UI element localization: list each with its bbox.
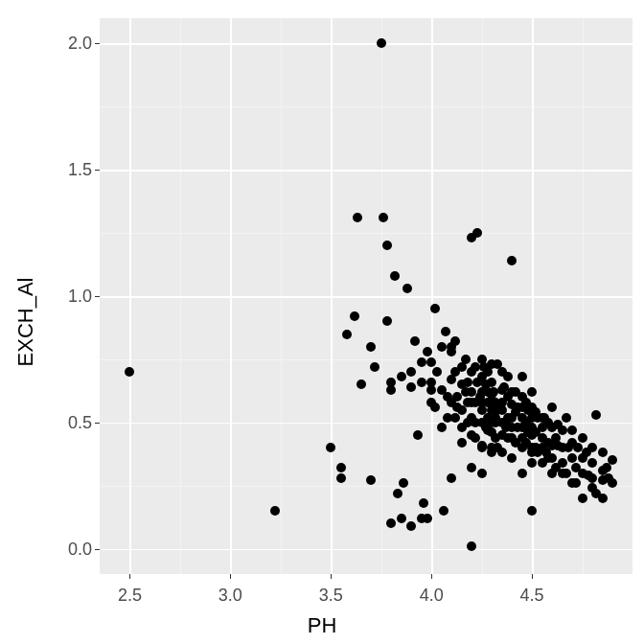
tickmark-x (431, 574, 432, 579)
data-point (527, 458, 537, 468)
data-point (366, 475, 376, 485)
data-point (437, 342, 447, 352)
data-point (477, 469, 487, 478)
data-point (567, 426, 577, 435)
data-point (598, 494, 608, 503)
data-point (419, 498, 428, 508)
tickmark-y (95, 423, 100, 424)
y-tick-label: 1.5 (46, 160, 92, 180)
data-point (507, 256, 517, 265)
plot-panel (100, 18, 632, 574)
data-point (270, 506, 280, 516)
data-point (487, 378, 496, 387)
tickmark-x (532, 574, 533, 579)
data-point (547, 453, 557, 463)
grid-major-h (100, 296, 632, 298)
data-point (450, 336, 460, 346)
data-point (426, 378, 436, 387)
y-axis-label: EXCH_Al (12, 0, 40, 644)
data-point (342, 330, 352, 339)
data-point (406, 382, 416, 392)
data-point (591, 410, 601, 420)
x-tick-label: 3.5 (319, 586, 343, 606)
grid-major-h (100, 549, 632, 551)
data-point (507, 453, 517, 463)
data-point (497, 448, 507, 457)
data-point (472, 228, 482, 238)
grid-major-h (100, 170, 632, 172)
y-tick-label: 0.5 (46, 412, 92, 432)
data-point (587, 473, 597, 483)
data-point (382, 241, 392, 250)
data-point (393, 489, 402, 498)
data-point (377, 38, 386, 48)
data-point (439, 506, 448, 516)
grid-minor-h (100, 106, 632, 107)
data-point (336, 463, 346, 472)
data-point (370, 362, 380, 372)
data-point (125, 367, 134, 377)
data-point (562, 413, 571, 423)
data-point (437, 423, 447, 432)
tickmark-y (95, 43, 100, 44)
data-point (503, 372, 513, 381)
y-axis-label-text: EXCH_Al (13, 278, 38, 367)
grid-minor-h (100, 486, 632, 487)
data-point (608, 478, 617, 488)
data-point (390, 271, 400, 281)
data-point (326, 443, 335, 452)
grid-minor-h (100, 359, 632, 360)
data-point (366, 342, 376, 352)
data-point (447, 347, 456, 356)
grid-major-h (100, 43, 632, 45)
tickmark-x (230, 574, 231, 579)
grid-minor-h (100, 233, 632, 234)
data-point (336, 473, 346, 483)
data-point (386, 385, 396, 395)
data-point (527, 506, 537, 516)
tickmark-x (331, 574, 332, 579)
data-point (356, 380, 366, 389)
data-point (430, 304, 440, 313)
data-point (578, 433, 587, 443)
data-point (598, 448, 608, 457)
x-tick-label: 4.0 (420, 586, 444, 606)
data-point (562, 469, 571, 478)
data-point (386, 518, 396, 528)
data-point (430, 402, 440, 412)
data-point (457, 438, 467, 448)
data-point (441, 327, 450, 336)
data-point (518, 469, 527, 478)
data-point (423, 514, 432, 523)
data-point (413, 430, 423, 440)
tickmark-y (95, 296, 100, 297)
data-point (578, 494, 587, 503)
x-axis-label: PH (0, 613, 644, 638)
x-axis-label-text: PH (308, 613, 337, 637)
data-point (426, 357, 436, 367)
y-tick-label: 2.0 (46, 34, 92, 54)
tickmark-x (129, 574, 130, 579)
tickmark-y (95, 549, 100, 550)
data-point (382, 316, 392, 326)
data-point (399, 478, 408, 488)
data-point (423, 347, 432, 356)
data-point (397, 514, 406, 523)
scatter-chart: EXCH_Al PH 2.53.03.54.04.50.00.51.01.52.… (0, 0, 644, 644)
data-point (406, 521, 416, 531)
data-point (406, 367, 416, 377)
x-tick-label: 2.5 (118, 586, 142, 606)
data-point (567, 453, 577, 463)
data-point (463, 378, 472, 387)
data-point (350, 311, 359, 321)
x-tick-label: 3.0 (218, 586, 242, 606)
data-point (467, 541, 476, 551)
data-point (587, 443, 597, 452)
data-point (402, 284, 412, 293)
data-point (417, 357, 426, 367)
data-point (527, 387, 537, 397)
data-point (447, 473, 456, 483)
tickmark-y (95, 170, 100, 171)
data-point (379, 213, 388, 222)
data-point (547, 402, 557, 412)
